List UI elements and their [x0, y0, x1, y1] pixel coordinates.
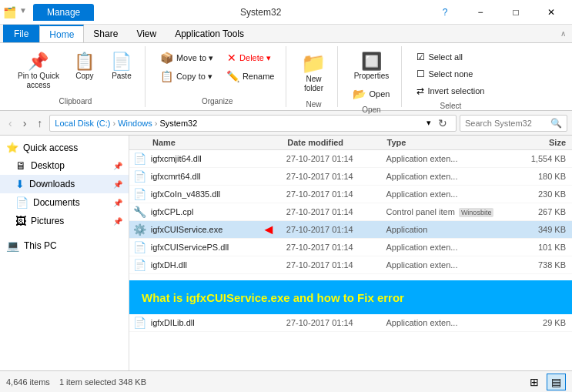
copy-to-label: Copy to ▾	[176, 72, 212, 82]
ribbon-tabs: File Home Share View Application Tools ∧	[0, 25, 572, 43]
file-type: Application exten...	[386, 318, 515, 327]
pin-indicator-3: 📌	[113, 199, 122, 207]
delete-icon: ✕	[227, 52, 236, 64]
move-to-button[interactable]: 📦 Move to ▾	[155, 49, 219, 66]
open-label: Open	[369, 89, 390, 99]
refresh-button[interactable]: ↻	[434, 115, 451, 132]
header-date[interactable]: Date modified	[287, 138, 386, 147]
quick-access-label: Quick access	[23, 142, 122, 153]
large-icons-button[interactable]: ▤	[547, 374, 566, 390]
sidebar-item-quick-access[interactable]: ⭐ Quick access	[0, 139, 129, 156]
file-row[interactable]: 📄 igfxCoIn_v4835.dll 27-10-2017 01:14 Ap…	[129, 186, 572, 203]
file-panel: Name Date modified Type Size 📄 igfxcmjit…	[129, 136, 572, 370]
tab-home[interactable]: Home	[39, 25, 84, 42]
main-area: ⭐ Quick access 🖥 Desktop 📌 ⬇ Downloads 📌…	[0, 136, 572, 370]
downloads-icon: ⬇	[15, 178, 25, 190]
title-bar: 🗂️ ▼ Manage System32 ? − □ ✕	[0, 0, 572, 25]
sidebar-item-documents[interactable]: 📄 Documents 📌	[0, 193, 129, 212]
copy-button[interactable]: 📋 Copy	[68, 49, 102, 84]
file-icon: 📄	[129, 259, 151, 271]
file-icon: 🔧	[129, 206, 151, 218]
file-row-selected[interactable]: ⚙️ igfxCUIService.exe 27-10-2017 01:14 A…	[129, 221, 572, 239]
breadcrumb-segment-3: System32	[159, 119, 197, 128]
file-size: 1,554 KB	[514, 154, 572, 163]
tab-file[interactable]: File	[3, 25, 39, 42]
system32-title: System32	[94, 7, 427, 18]
invert-label: Invert selection	[427, 86, 484, 95]
file-date: 27-10-2017 01:14	[286, 225, 386, 234]
file-name: igfxcmjit64.dll	[151, 154, 286, 163]
banner: What is igfxCUIService.exe and how to Fi…	[129, 280, 572, 314]
folder-icon: 📁	[301, 53, 326, 73]
copy-icon: 📋	[74, 53, 95, 70]
rename-icon: ✏️	[226, 70, 239, 82]
sidebar-item-this-pc[interactable]: 💻 This PC	[0, 236, 129, 255]
invert-selection-button[interactable]: ⇄ Invert selection	[411, 83, 490, 99]
properties-label: Properties	[354, 72, 390, 80]
sidebar-item-pictures[interactable]: 🖼 Pictures 📌	[0, 212, 129, 230]
sidebar-item-downloads[interactable]: ⬇ Downloads 📌	[0, 175, 129, 193]
ribbon-expand[interactable]: ∧	[560, 29, 572, 38]
open-button[interactable]: 📂 Open	[347, 85, 395, 102]
header-size[interactable]: Size	[515, 138, 572, 147]
file-row[interactable]: 📄 igfxcmjit64.dll 27-10-2017 01:14 Appli…	[129, 150, 572, 168]
file-row[interactable]: 📄 igfxDILib.dll 27-10-2017 01:14 Applica…	[129, 314, 572, 332]
pin-indicator-4: 📌	[113, 217, 122, 226]
details-view-button[interactable]: ⊞	[525, 374, 544, 390]
search-box[interactable]: 🔍	[460, 115, 567, 132]
ribbon-group-open: 🔲 Properties 📂 Open Open	[341, 46, 402, 107]
file-type: Application exten...	[386, 154, 515, 163]
up-button[interactable]: ↑	[33, 115, 46, 132]
file-name: igfxcmrt64.dll	[151, 172, 286, 181]
header-name[interactable]: Name	[129, 138, 287, 147]
file-size: 101 KB	[514, 243, 572, 252]
delete-button[interactable]: ✕ Delete ▾	[222, 49, 276, 66]
copy-to-button[interactable]: 📋 Copy to ▾	[155, 68, 218, 85]
forward-button[interactable]: ›	[19, 115, 31, 132]
maximize-button[interactable]: □	[498, 0, 534, 25]
close-button[interactable]: ✕	[534, 0, 569, 25]
select-none-button[interactable]: ☐ Select none	[411, 66, 478, 82]
new-folder-button[interactable]: 📁 Newfolder	[296, 49, 331, 97]
help-button[interactable]: ?	[427, 0, 463, 25]
paste-button[interactable]: 📄 Paste	[105, 49, 139, 84]
star-icon: ⭐	[6, 142, 18, 153]
pin-to-quick-access-button[interactable]: 📌 Pin to Quickaccess	[12, 49, 65, 94]
properties-button[interactable]: 🔲 Properties	[349, 49, 395, 84]
back-button[interactable]: ‹	[5, 115, 16, 132]
winosbite-badge: Winosbite	[459, 208, 494, 217]
window-icon-area: 🗂️ ▼	[3, 6, 27, 18]
tab-application-tools[interactable]: Application Tools	[166, 25, 253, 42]
copy-label: Copy	[75, 72, 93, 80]
select-all-button[interactable]: ☑ Select all	[411, 49, 468, 65]
pictures-icon: 🖼	[15, 215, 26, 227]
breadcrumb-segment-1[interactable]: Local Disk (C:)	[55, 119, 110, 128]
breadcrumb[interactable]: Local Disk (C:) › Windows › System32 ▾ ↻	[49, 115, 457, 132]
ribbon-group-organize: 📦 Move to ▾ ✕ Delete ▾ 📋 Copy to ▾ ✏️ Re…	[149, 46, 287, 107]
move-icon: 📦	[160, 52, 173, 64]
file-row[interactable]: 📄 igfxCUIServicePS.dll 27-10-2017 01:14 …	[129, 239, 572, 256]
file-type: Application exten...	[386, 260, 515, 270]
file-icon: 📄	[129, 152, 151, 165]
header-type[interactable]: Type	[386, 138, 514, 147]
file-list[interactable]: Name Date modified Type Size 📄 igfxcmjit…	[129, 136, 572, 370]
file-size: 738 KB	[514, 260, 572, 270]
tab-view[interactable]: View	[127, 25, 166, 42]
new-folder-label: Newfolder	[304, 75, 323, 93]
item-count: 4,646 items	[6, 377, 50, 387]
sidebar-item-desktop[interactable]: 🖥 Desktop 📌	[0, 156, 129, 175]
breadcrumb-sep-1: ›	[112, 119, 115, 128]
manage-tab[interactable]: Manage	[33, 4, 94, 21]
file-date: 27-10-2017 01:14	[286, 318, 386, 327]
minimize-button[interactable]: −	[463, 0, 498, 25]
rename-button[interactable]: ✏️ Rename	[221, 68, 280, 85]
file-row[interactable]: 📄 igfxDH.dll 27-10-2017 01:14 Applicatio…	[129, 256, 572, 274]
file-row[interactable]: 📄 igfxcmrt64.dll 27-10-2017 01:14 Applic…	[129, 168, 572, 186]
file-size: 267 KB	[514, 207, 572, 216]
search-input[interactable]	[465, 119, 550, 128]
file-row[interactable]: 🔧 igfxCPL.cpl 27-10-2017 01:14 Control p…	[129, 203, 572, 221]
breadcrumb-dropdown[interactable]: ▾	[426, 118, 431, 128]
breadcrumb-segment-2[interactable]: Windows	[118, 119, 152, 128]
ribbon-group-new: 📁 Newfolder New	[289, 46, 338, 107]
tab-share[interactable]: Share	[84, 25, 127, 42]
